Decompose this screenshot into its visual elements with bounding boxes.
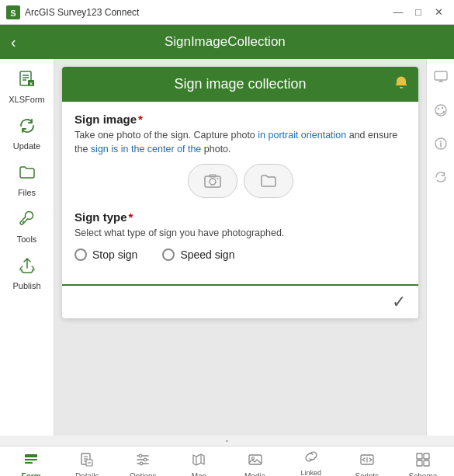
tab-scripts[interactable]: Scripts: [339, 446, 395, 476]
tab-map[interactable]: Map: [171, 446, 227, 476]
monitor-icon[interactable]: [431, 67, 451, 91]
tools-icon: [18, 210, 36, 233]
sidebar-item-xlsform-label: XLSForm: [9, 95, 44, 104]
update-icon: [18, 116, 36, 140]
svg-rect-44: [417, 453, 422, 459]
svg-rect-13: [435, 71, 447, 80]
tab-details-label: Details: [75, 472, 99, 476]
radio-speed-sign[interactable]: Speed sign: [162, 248, 234, 261]
camera-icon: [204, 172, 221, 189]
sidebar-item-tools[interactable]: Tools: [3, 205, 51, 248]
sidebar-item-tools-label: Tools: [17, 235, 37, 244]
tab-form[interactable]: Form: [3, 446, 59, 476]
svg-point-18: [441, 107, 442, 109]
bottom-tab-bar: Form Details Options: [0, 446, 454, 476]
question-sign-type: Sign type* Select what type of sign you …: [75, 210, 406, 261]
folder-icon: [260, 172, 277, 189]
question-sign-image: Sign image* Take one photo of the sign. …: [75, 113, 406, 198]
maximize-button[interactable]: □: [409, 3, 428, 22]
svg-point-12: [217, 178, 218, 179]
form-body: Sign image* Take one photo of the sign. …: [62, 102, 418, 284]
files-icon: [18, 163, 36, 186]
tab-options[interactable]: Options: [115, 446, 171, 476]
svg-point-41: [251, 457, 254, 460]
camera-button[interactable]: [188, 164, 237, 198]
tab-scripts-label: Scripts: [355, 472, 379, 476]
svg-point-17: [437, 108, 438, 109]
checkmark-icon[interactable]: ✓: [392, 292, 406, 312]
required-star-2: *: [129, 210, 133, 224]
tab-schema-icon: [415, 452, 431, 471]
sidebar-item-publish-label: Publish: [12, 281, 40, 290]
radio-speed-label: Speed sign: [180, 248, 234, 261]
tab-form-label: Form: [22, 472, 41, 476]
tab-details[interactable]: Details: [59, 446, 115, 476]
form-card-header: Sign image collection: [62, 67, 418, 102]
tab-form-icon: [23, 452, 39, 471]
radio-stop-sign[interactable]: Stop sign: [75, 248, 137, 261]
svg-rect-23: [25, 454, 37, 457]
survey-title: SignImageCollection: [27, 34, 423, 50]
header-bar: ‹ SignImageCollection: [0, 25, 454, 59]
svg-rect-47: [424, 460, 429, 466]
app-logo: S: [6, 5, 20, 19]
svg-point-35: [140, 454, 143, 457]
svg-point-22: [440, 141, 442, 142]
palette-icon[interactable]: [431, 100, 451, 124]
tab-map-icon: [191, 452, 206, 471]
form-card-title: Sign image collection: [174, 76, 306, 92]
refresh-icon[interactable]: [431, 167, 451, 191]
back-button[interactable]: ‹: [8, 30, 19, 54]
publish-icon: [18, 256, 36, 280]
content-area: Sign image collection Sign image* Ta: [54, 59, 426, 436]
tab-media-label: Media: [244, 472, 265, 476]
info-icon[interactable]: [431, 134, 451, 158]
tab-media-icon: [248, 452, 263, 471]
sidebar-item-update-label: Update: [13, 141, 40, 151]
svg-text:S: S: [10, 9, 16, 18]
sign-image-hint: Take one photo of the sign. Capture phot…: [75, 129, 406, 156]
svg-rect-9: [205, 176, 220, 187]
tab-scripts-icon: [359, 452, 375, 471]
tab-map-label: Map: [192, 472, 206, 476]
sign-type-label: Sign type*: [75, 210, 406, 224]
svg-point-36: [144, 458, 147, 461]
tab-linked-content-icon: [303, 449, 319, 468]
svg-rect-40: [249, 455, 262, 464]
radio-stop-label: Stop sign: [92, 248, 137, 261]
sidebar-item-xlsform[interactable]: X XLSForm: [3, 65, 51, 109]
sign-type-radio-group: Stop sign Speed sign: [75, 248, 406, 261]
sidebar-item-publish[interactable]: Publish: [3, 252, 51, 295]
required-star-1: *: [138, 113, 143, 126]
svg-rect-46: [417, 460, 422, 466]
sign-type-hint: Select what type of sign you have photog…: [75, 227, 406, 241]
svg-rect-45: [424, 453, 429, 459]
tab-linked-content[interactable]: Linked Content: [283, 446, 339, 476]
tab-details-icon: [79, 452, 95, 471]
tab-media[interactable]: Media: [227, 446, 283, 476]
right-sidebar: [426, 59, 454, 436]
window-controls: — □ ✕: [389, 3, 448, 22]
radio-circle-speed: [162, 248, 175, 261]
svg-point-10: [210, 179, 216, 185]
hint-link-1: in portrait orientation: [258, 130, 346, 141]
title-bar: S ArcGIS Survey123 Connect — □ ✕: [0, 0, 454, 25]
tab-linked-content-label: Linked Content: [299, 469, 324, 477]
form-footer: ✓: [62, 284, 418, 318]
tab-options-icon: [135, 452, 151, 471]
app-name: ArcGIS Survey123 Connect: [25, 7, 139, 18]
left-sidebar: X XLSForm Update Files: [0, 59, 54, 436]
sidebar-item-files[interactable]: Files: [3, 158, 51, 202]
folder-button[interactable]: [244, 164, 293, 198]
sidebar-item-update[interactable]: Update: [3, 112, 51, 155]
sidebar-item-files-label: Files: [18, 188, 36, 197]
tab-schema[interactable]: Schema: [395, 446, 451, 476]
svg-rect-25: [25, 462, 33, 464]
radio-circle-stop: [75, 248, 87, 261]
close-button[interactable]: ✕: [429, 3, 448, 22]
minimize-button[interactable]: —: [389, 3, 407, 22]
main-layout: X XLSForm Update Files: [0, 59, 454, 436]
tab-options-label: Options: [130, 472, 156, 476]
sign-image-label: Sign image*: [75, 113, 406, 126]
dot-indicator: •: [0, 436, 454, 446]
